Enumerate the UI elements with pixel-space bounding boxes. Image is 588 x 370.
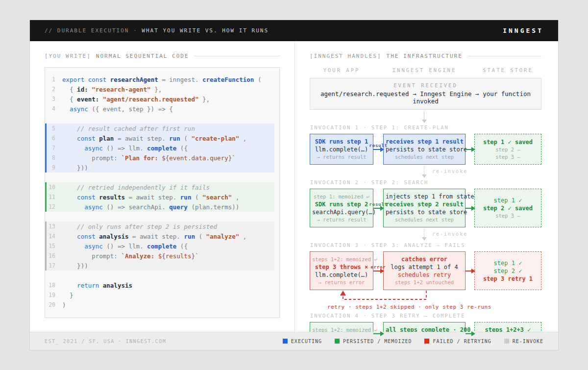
app-box: steps 1+2: memoized ↩step 3 throws ×llm.…: [310, 251, 373, 290]
code-text: async ({ event, step }) => {: [62, 105, 173, 113]
code-text: prompt: `Analyze: ${results}`: [62, 252, 198, 260]
flow-box-line: persists to state store: [386, 208, 463, 216]
code-text: { event: "agent/research.requested" },: [62, 96, 210, 103]
code-line: 7 async () => llm. complete ({: [47, 143, 274, 153]
code-text: })): [62, 164, 88, 172]
flow-box-line: step 1 ✓ saved: [477, 138, 539, 146]
line-number: 17: [47, 262, 62, 269]
code-token: `Plan for:: [121, 154, 162, 162]
code-text: async () => searchApi. query (plan.terms…: [62, 203, 239, 211]
flow-box-line: logs attempt 1 of 4: [386, 263, 463, 271]
legend-swatch-icon: [424, 339, 429, 344]
code-token: () => llm.: [103, 243, 147, 250]
code-token: // result cached after first run: [62, 125, 195, 132]
code-text: })): [62, 262, 88, 270]
legend-item: RE-INVOKE: [504, 339, 543, 344]
code-token: }: [62, 292, 74, 299]
right-panel-title: THE INFRASTRUCTURE: [387, 53, 463, 59]
legend-item: FAILED / RETRYING: [424, 339, 491, 344]
flow-box-line: SDK runs step 2: [312, 200, 371, 208]
line-number: 20: [47, 301, 62, 308]
code-token: "research-agent": [92, 86, 150, 93]
arrow-stem: [424, 166, 424, 174]
reinvoke-connector: re-invoke: [310, 165, 541, 179]
invocation-label: INVOCATION 3 · STEP 3: ANALYZE — FAILS: [310, 242, 541, 248]
code-token: (: [180, 135, 192, 142]
code-token: ,: [239, 233, 246, 240]
footer-bar: EST_ 2021 / SF, USA · INNGEST.COM EXECUT…: [30, 332, 558, 350]
line-number: 9: [47, 164, 62, 171]
flow-box-line: steps 1+2 untouched: [386, 279, 463, 286]
code-token: async: [62, 203, 103, 211]
engine-box: injects step 1 from statereceives step 2…: [383, 189, 466, 227]
invocation-label: INVOCATION 2 · STEP 2: SEARCH: [310, 179, 541, 185]
code-line: 14 const analysis = await step. run ( "a…: [47, 231, 274, 241]
code-text: }: [62, 292, 74, 299]
flow-box-line: step 3 –: [477, 153, 539, 161]
right-panel-header: [INNGEST HANDLES] THE INFRASTRUCTURE: [310, 53, 541, 59]
state-box: step 1 ✓ savedstep 2 –step 3 –: [474, 134, 541, 165]
invocation-row: steps 1+2: memoized ↩step 3 throws ×llm.…: [310, 251, 541, 290]
code-token: "agent/research.requested": [103, 96, 199, 103]
header-tagline: // DURABLE EXECUTION · WHAT YOU WRITE VS…: [45, 27, 269, 34]
main-card: // DURABLE EXECUTION · WHAT YOU WRITE VS…: [29, 20, 559, 350]
code-token: ${results}`: [158, 252, 199, 260]
column-headers: YOUR APP INNGEST ENGINE STATE STORE: [310, 67, 541, 73]
event-box-title: EVENT RECEIVED: [313, 82, 538, 88]
code-token: },: [198, 96, 210, 103]
line-number: 10: [47, 184, 62, 191]
line-number: 5: [47, 125, 62, 132]
code-token: analysis: [103, 282, 132, 289]
arrow-right-icon: error: [373, 271, 383, 271]
line-number: 1: [47, 76, 62, 83]
code-text: prompt: `Plan for: ${event.data.query}`: [62, 154, 236, 162]
legend-label: EXECUTING: [291, 339, 322, 344]
arrow-right-icon: [466, 333, 474, 334]
code-token: analysis: [99, 233, 128, 240]
code-token: const: [62, 135, 99, 142]
flow-box-line: → returns result: [312, 216, 371, 223]
flow-box-line: receives step 1 result: [386, 138, 463, 146]
code-token: id:: [77, 86, 88, 93]
flow-box-line: receives step 2 result: [386, 200, 463, 208]
flow-box-line: llm.complete(…): [312, 271, 371, 279]
arrow-head-down-icon: [422, 237, 427, 241]
code-block: 5 // result cached after first run6 cons…: [45, 123, 274, 173]
left-panel-tag: [YOU WRITE]: [45, 53, 91, 59]
code-line: 10 // retried independently if it fails: [47, 182, 274, 192]
app-box: step 1: memoized ↩SDK runs step 2searchA…: [310, 189, 373, 227]
app-to-engine-arrow: error: [373, 251, 383, 290]
code-line: 5 // result cached after first run: [47, 123, 274, 133]
code-text: // retried independently if it fails: [62, 184, 210, 191]
line-number: 14: [47, 233, 62, 240]
line-number: 4: [47, 105, 62, 112]
arrow-right-icon: [466, 149, 474, 150]
code-token: results: [99, 194, 125, 201]
code-line: 18 return analysis: [47, 280, 274, 290]
app-to-engine-arrow: result: [373, 134, 383, 165]
line-number: 19: [47, 292, 62, 298]
code-token: ({: [176, 145, 188, 152]
line-number: 15: [47, 243, 62, 249]
code-token: event:: [77, 96, 99, 103]
arrow-head-down-icon: [422, 120, 427, 123]
flow-box-line: → returns error: [312, 279, 371, 286]
code-token: `Analyze:: [121, 252, 158, 260]
flow-box-line: step 3 throws ×: [312, 263, 371, 271]
code-token: async: [62, 105, 88, 113]
code-token: {: [62, 86, 77, 93]
code-token: export const: [62, 76, 110, 83]
column-header-your-app: YOUR APP: [310, 67, 373, 73]
code-token: = await step.: [114, 135, 169, 142]
code-token: createFunction: [202, 76, 254, 83]
invocation-label: INVOCATION 4 · STEP 3 RETRY — COMPLETE: [310, 313, 541, 319]
code-token: researchAgent: [110, 76, 158, 83]
header-tagline-dim: // DURABLE EXECUTION: [45, 27, 129, 34]
flow-box-line: injects step 1 from state: [386, 193, 463, 200]
code-text: async () => llm. complete ({: [62, 243, 188, 250]
footer-meta: EST_ 2021 / SF, USA · INNGEST.COM: [45, 339, 166, 344]
event-box-body: agent/research.requested → Inngest Engin…: [313, 90, 538, 105]
arrow-right-icon: [466, 208, 474, 209]
code-editor[interactable]: 1export const researchAgent = inngest. c…: [45, 67, 280, 318]
flow-box-line: step 3 –: [477, 212, 539, 220]
